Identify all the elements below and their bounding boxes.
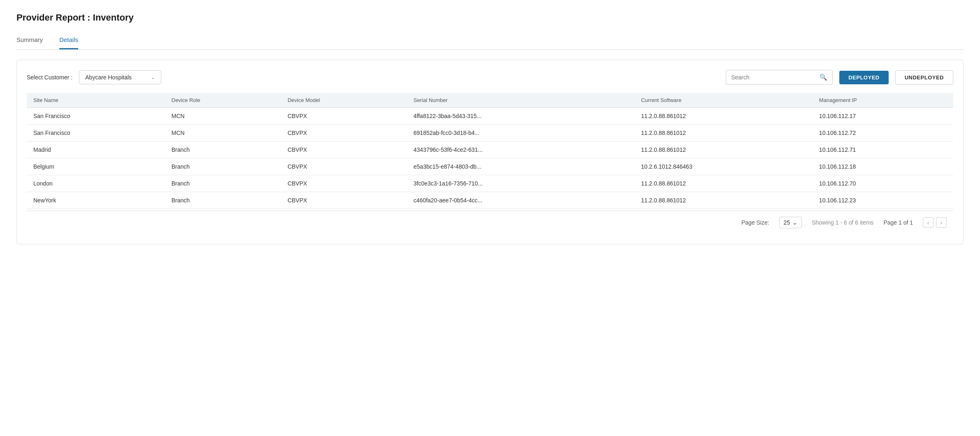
customer-select-dropdown[interactable]: Abycare Hospitals ⌄ xyxy=(79,70,161,84)
cell-site-name: San Francisco xyxy=(27,125,165,141)
customer-select-value: Abycare Hospitals xyxy=(85,74,148,81)
search-icon: 🔍 xyxy=(820,74,827,81)
data-table: Site Name Device Role Device Model Seria… xyxy=(27,93,953,209)
tabs: Summary Details xyxy=(16,33,964,49)
cell-management-ip: 10.106.112.23 xyxy=(813,192,953,209)
cell-device-model: CBVPX xyxy=(281,175,407,192)
col-current-software: Current Software xyxy=(634,93,813,108)
cell-site-name: Belgium xyxy=(27,158,165,175)
page-size-select[interactable]: 25 ⌄ xyxy=(779,217,802,228)
cell-serial-number: 4343796c-53f6-4ce2-631... xyxy=(407,141,634,158)
cell-management-ip: 10.106.112.17 xyxy=(813,108,953,125)
cell-device-model: CBVPX xyxy=(281,108,407,125)
col-device-model: Device Model xyxy=(281,93,407,108)
search-box: 🔍 xyxy=(726,70,833,85)
cell-device-role: Branch xyxy=(165,175,281,192)
table-header-row: Site Name Device Role Device Model Seria… xyxy=(27,93,953,108)
cell-serial-number: 3fc0e3c3-1a16-7356-710... xyxy=(407,175,634,192)
prev-page-button[interactable]: ‹ xyxy=(923,217,934,228)
cell-current-software: 11.2.0.88.861012 xyxy=(634,125,813,141)
chevron-down-icon: ⌄ xyxy=(151,74,155,80)
cell-serial-number: 691852ab-fcc0-3d18-b4... xyxy=(407,125,634,141)
divider xyxy=(16,49,964,50)
cell-current-software: 11.2.0.88.861012 xyxy=(634,175,813,192)
cell-management-ip: 10.106.112.72 xyxy=(813,125,953,141)
cell-current-software: 11.2.0.88.861012 xyxy=(634,108,813,125)
table-row: BelgiumBranchCBVPXe5a3bc15-e874-4803-db.… xyxy=(27,158,953,175)
cell-device-role: MCN xyxy=(165,108,281,125)
cell-device-role: MCN xyxy=(165,125,281,141)
select-customer-label: Select Customer : xyxy=(27,74,72,81)
cell-serial-number: 4ffa8122-3baa-5d43-315... xyxy=(407,108,634,125)
table-row: San FranciscoMCNCBVPX691852ab-fcc0-3d18-… xyxy=(27,125,953,141)
cell-device-model: CBVPX xyxy=(281,125,407,141)
toolbar: Select Customer : Abycare Hospitals ⌄ 🔍 … xyxy=(27,70,953,85)
next-page-button[interactable]: › xyxy=(936,217,947,228)
page-size-value: 25 xyxy=(784,219,790,226)
page-title: Provider Report : Inventory xyxy=(16,12,964,23)
cell-device-role: Branch xyxy=(165,158,281,175)
deployed-button[interactable]: DEPLOYED xyxy=(839,71,889,84)
col-site-name: Site Name xyxy=(27,93,165,108)
page-size-chevron-icon: ⌄ xyxy=(792,219,797,226)
cell-site-name: San Francisco xyxy=(27,108,165,125)
content-card: Select Customer : Abycare Hospitals ⌄ 🔍 … xyxy=(16,60,964,244)
cell-device-role: Branch xyxy=(165,192,281,209)
col-serial-number: Serial Number xyxy=(407,93,634,108)
cell-management-ip: 10.106.112.70 xyxy=(813,175,953,192)
cell-site-name: Madrid xyxy=(27,141,165,158)
page-of-text: Page 1 of 1 xyxy=(883,219,913,226)
table-row: NewYorkBranchCBVPXc460fa20-aee7-0b54-4cc… xyxy=(27,192,953,209)
cell-serial-number: e5a3bc15-e874-4803-db... xyxy=(407,158,634,175)
cell-device-model: CBVPX xyxy=(281,141,407,158)
col-device-role: Device Role xyxy=(165,93,281,108)
cell-current-software: 10.2.6.1012.846463 xyxy=(634,158,813,175)
showing-text: Showing 1 - 6 of 6 items xyxy=(812,219,873,226)
cell-site-name: NewYork xyxy=(27,192,165,209)
table-row: LondonBranchCBVPX3fc0e3c3-1a16-7356-710.… xyxy=(27,175,953,192)
cell-serial-number: c460fa20-aee7-0b54-4cc... xyxy=(407,192,634,209)
tab-summary[interactable]: Summary xyxy=(16,33,43,49)
cell-device-model: CBVPX xyxy=(281,192,407,209)
cell-management-ip: 10.106.112.18 xyxy=(813,158,953,175)
cell-management-ip: 10.106.112.71 xyxy=(813,141,953,158)
search-input[interactable] xyxy=(731,74,816,81)
tab-details[interactable]: Details xyxy=(59,33,78,49)
table-scroll: Site Name Device Role Device Model Seria… xyxy=(27,93,953,209)
pagination-bar: Page Size: 25 ⌄ Showing 1 - 6 of 6 items… xyxy=(27,211,953,234)
cell-current-software: 11.2.0.88.861012 xyxy=(634,192,813,209)
cell-device-model: CBVPX xyxy=(281,158,407,175)
page-container: Provider Report : Inventory Summary Deta… xyxy=(0,0,980,257)
cell-device-role: Branch xyxy=(165,141,281,158)
cell-current-software: 11.2.0.88.861012 xyxy=(634,141,813,158)
table-row: MadridBranchCBVPX4343796c-53f6-4ce2-631.… xyxy=(27,141,953,158)
undeployed-button[interactable]: UNDEPLOYED xyxy=(895,70,953,85)
cell-site-name: London xyxy=(27,175,165,192)
col-management-ip: Management IP xyxy=(813,93,953,108)
table-row: San FranciscoMCNCBVPX4ffa8122-3baa-5d43-… xyxy=(27,108,953,125)
pagination-arrows: ‹ › xyxy=(923,217,947,228)
page-size-label: Page Size: xyxy=(741,219,769,226)
